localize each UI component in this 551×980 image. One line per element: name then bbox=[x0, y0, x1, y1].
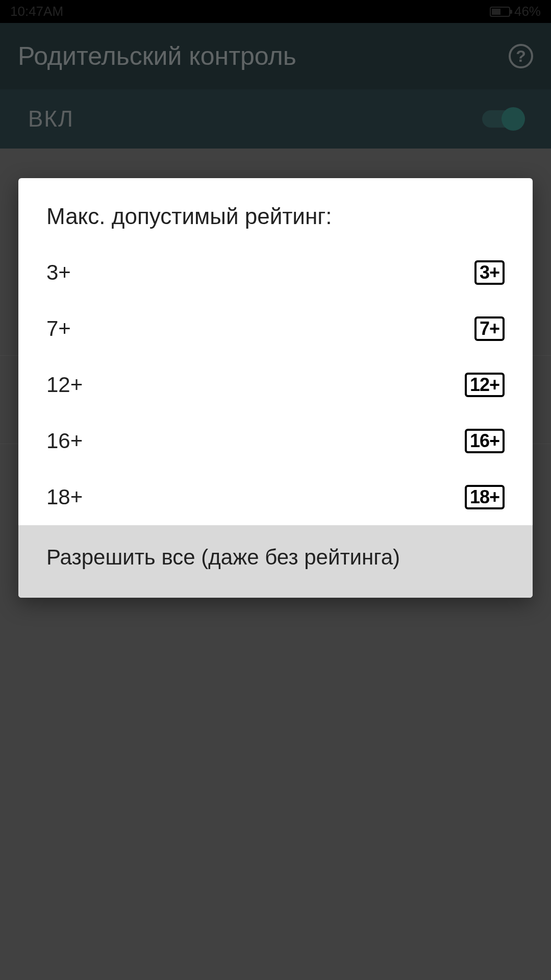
rating-option-18[interactable]: 18+ 18+ bbox=[18, 469, 533, 525]
rating-label: 12+ bbox=[46, 373, 83, 397]
rating-option-3[interactable]: 3+ 3+ bbox=[18, 244, 533, 301]
rating-badge-icon: 3+ bbox=[474, 260, 505, 285]
toggle-switch[interactable] bbox=[482, 110, 523, 128]
page-title: Родительский контроль bbox=[18, 41, 296, 71]
rating-badge-icon: 16+ bbox=[465, 429, 505, 453]
status-time: 10:47AM bbox=[10, 4, 63, 19]
rating-option-7[interactable]: 7+ 7+ bbox=[18, 301, 533, 357]
rating-label: 7+ bbox=[46, 316, 71, 341]
battery-icon bbox=[490, 7, 510, 17]
rating-label: 3+ bbox=[46, 260, 71, 285]
allow-all-label: Разрешить все (даже без рейтинга) bbox=[46, 543, 505, 572]
rating-dialog: Макс. допустимый рейтинг: 3+ 3+ 7+ 7+ 12… bbox=[18, 178, 533, 598]
app-header: Родительский контроль ? bbox=[0, 23, 551, 89]
rating-badge-icon: 7+ bbox=[474, 316, 505, 341]
rating-option-16[interactable]: 16+ 16+ bbox=[18, 413, 533, 469]
allow-all-option[interactable]: Разрешить все (даже без рейтинга) bbox=[18, 525, 533, 598]
rating-label: 16+ bbox=[46, 429, 83, 453]
rating-badge-icon: 12+ bbox=[465, 373, 505, 397]
help-icon[interactable]: ? bbox=[509, 44, 533, 68]
toggle-thumb bbox=[502, 107, 525, 131]
rating-badge-icon: 18+ bbox=[465, 485, 505, 509]
rating-option-12[interactable]: 12+ 12+ bbox=[18, 357, 533, 413]
dialog-title: Макс. допустимый рейтинг: bbox=[18, 178, 533, 244]
toggle-label: ВКЛ bbox=[28, 106, 74, 132]
status-bar: 10:47AM 46% bbox=[0, 0, 551, 23]
battery-percent: 46% bbox=[514, 4, 541, 19]
parental-toggle-row[interactable]: ВКЛ bbox=[0, 89, 551, 149]
status-right: 46% bbox=[490, 4, 541, 19]
rating-label: 18+ bbox=[46, 485, 83, 509]
